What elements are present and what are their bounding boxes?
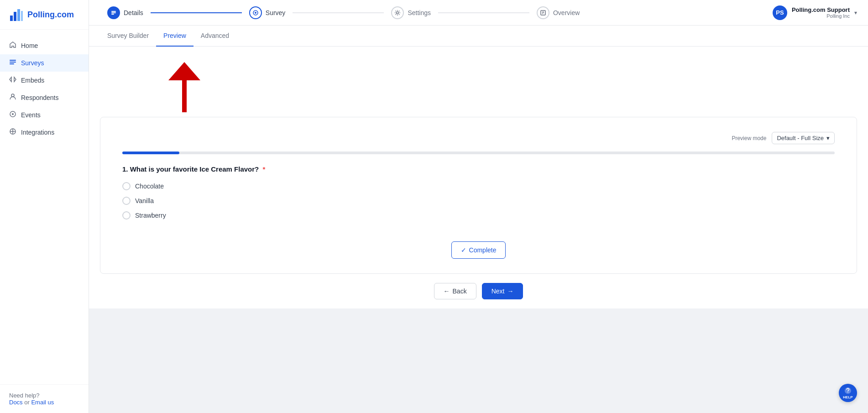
- integrations-icon: [9, 128, 16, 137]
- svg-point-19: [255, 12, 256, 14]
- preview-content: Preview mode Default - Full Size ▾ 1. Wh…: [89, 47, 868, 308]
- back-button-label: Back: [453, 288, 467, 295]
- arrow-annotation: [100, 58, 857, 117]
- step-wizard: Details Survey Settings: [100, 6, 773, 19]
- main-area: Details Survey Settings: [89, 0, 868, 413]
- tab-preview[interactable]: Preview: [156, 26, 193, 47]
- step-overview-icon: [537, 6, 549, 19]
- topbar: Details Survey Settings: [89, 0, 868, 26]
- radio-vanilla[interactable]: [122, 197, 131, 205]
- step-line-3: [438, 12, 529, 13]
- complete-button[interactable]: ✓ Complete: [451, 241, 506, 259]
- step-settings[interactable]: Settings: [384, 6, 438, 19]
- preview-mode-value: Default - Full Size: [777, 135, 824, 141]
- sidebar-item-surveys[interactable]: Surveys: [0, 54, 89, 72]
- tab-advanced[interactable]: Advanced: [193, 26, 236, 47]
- sidebar-item-integrations[interactable]: Integrations: [0, 124, 89, 141]
- user-menu[interactable]: PS Polling.com Support Polling Inc ▾: [773, 5, 857, 20]
- progress-bar-fill: [122, 152, 179, 154]
- help-icon: [844, 387, 852, 395]
- sidebar-item-home-label: Home: [21, 42, 38, 49]
- radio-chocolate[interactable]: [122, 182, 131, 190]
- svg-rect-17: [111, 14, 114, 15]
- question-text: 1. What is your favorite Ice Cream Flavo…: [122, 165, 835, 173]
- required-asterisk: *: [262, 165, 265, 173]
- svg-rect-3: [21, 11, 23, 21]
- svg-rect-6: [10, 63, 14, 64]
- svg-point-20: [397, 11, 399, 14]
- svg-marker-26: [168, 62, 200, 80]
- radio-strawberry[interactable]: [122, 211, 131, 220]
- progress-bar: [122, 152, 835, 154]
- option-vanilla[interactable]: Vanilla: [122, 197, 835, 205]
- sidebar-item-integrations-label: Integrations: [21, 129, 54, 136]
- sidebar-footer: Need help? Docs or Email us: [0, 384, 89, 413]
- gray-bottom-area: [89, 308, 868, 413]
- dropdown-chevron-icon: ▾: [826, 135, 830, 141]
- step-details-icon: [107, 6, 120, 19]
- step-line-2: [293, 12, 384, 13]
- tab-bar: Survey Builder Preview Advanced: [89, 26, 868, 47]
- user-info: Polling.com Support Polling Inc: [792, 6, 850, 19]
- logo: Polling.com: [0, 0, 89, 30]
- step-details-label: Details: [124, 9, 143, 16]
- preview-mode-select[interactable]: Default - Full Size ▾: [772, 132, 835, 144]
- sidebar: Polling.com Home Surveys Embeds Responde…: [0, 0, 89, 413]
- svg-point-9: [11, 94, 14, 97]
- option-chocolate[interactable]: Chocolate: [122, 182, 835, 190]
- sidebar-item-events[interactable]: Events: [0, 106, 89, 124]
- svg-rect-4: [10, 60, 16, 61]
- next-arrow-icon: →: [507, 288, 513, 295]
- tab-survey-builder[interactable]: Survey Builder: [100, 26, 156, 47]
- home-icon: [9, 41, 16, 50]
- svg-marker-8: [14, 77, 16, 82]
- step-settings-label: Settings: [408, 9, 431, 16]
- svg-point-27: [847, 392, 848, 393]
- preview-mode-row: Preview mode Default - Full Size ▾: [122, 132, 835, 144]
- logo-text: Polling.com: [27, 10, 74, 20]
- bottom-navigation: ← Back Next →: [100, 274, 857, 308]
- sidebar-item-respondents-label: Respondents: [21, 94, 59, 101]
- embeds-icon: [9, 76, 16, 85]
- svg-rect-2: [17, 9, 20, 21]
- step-overview[interactable]: Overview: [529, 6, 587, 19]
- next-button-label: Next: [492, 288, 505, 295]
- events-icon: [9, 110, 16, 120]
- step-survey[interactable]: Survey: [242, 6, 293, 19]
- step-survey-icon: [249, 6, 262, 19]
- complete-btn-row: ✓ Complete: [122, 230, 835, 259]
- annotation-arrow: [164, 62, 205, 117]
- sidebar-nav: Home Surveys Embeds Respondents Events: [0, 30, 89, 384]
- sidebar-item-surveys-label: Surveys: [21, 59, 44, 67]
- main-panel: Survey Builder Preview Advanced Preview …: [89, 26, 868, 308]
- user-name: Polling.com Support: [792, 6, 850, 13]
- complete-check-icon: ✓: [461, 246, 466, 254]
- complete-button-label: Complete: [469, 246, 497, 254]
- sidebar-item-home[interactable]: Home: [0, 37, 89, 54]
- logo-icon: [9, 7, 24, 22]
- question-number: 1.: [122, 165, 128, 173]
- help-button[interactable]: HELP: [839, 384, 857, 402]
- sidebar-item-events-label: Events: [21, 111, 41, 119]
- respondents-icon: [9, 93, 16, 102]
- content-area: Survey Builder Preview Advanced Preview …: [89, 26, 868, 413]
- option-chocolate-label: Chocolate: [135, 183, 164, 190]
- svg-marker-7: [10, 77, 11, 82]
- step-overview-label: Overview: [553, 9, 580, 16]
- back-button[interactable]: ← Back: [434, 283, 476, 299]
- surveys-icon: [9, 58, 16, 68]
- option-strawberry[interactable]: Strawberry: [122, 211, 835, 220]
- sidebar-item-respondents[interactable]: Respondents: [0, 89, 89, 106]
- email-link[interactable]: Email us: [31, 399, 54, 406]
- svg-rect-0: [10, 16, 13, 21]
- svg-rect-15: [111, 11, 116, 12]
- next-button[interactable]: Next →: [482, 283, 523, 299]
- sidebar-item-embeds[interactable]: Embeds: [0, 72, 89, 89]
- docs-link[interactable]: Docs: [9, 399, 23, 406]
- help-text: Need help?: [9, 392, 40, 399]
- sidebar-item-embeds-label: Embeds: [21, 77, 44, 84]
- step-survey-label: Survey: [266, 9, 286, 16]
- step-details[interactable]: Details: [100, 6, 151, 19]
- question-content: What is your favorite Ice Cream Flavor?: [130, 165, 259, 173]
- chevron-down-icon: ▾: [854, 10, 857, 16]
